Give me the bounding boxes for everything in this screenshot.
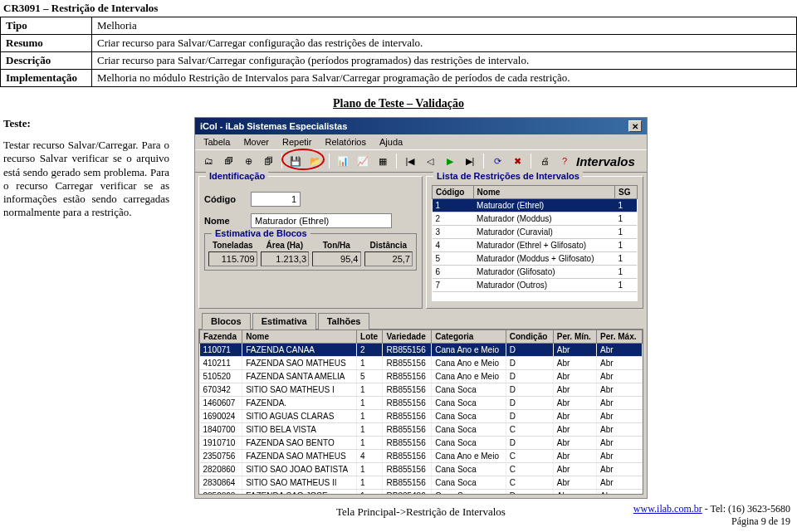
teste-label: Teste: xyxy=(3,117,169,130)
footer-tel: - Tel: (16) 3623-5680 xyxy=(702,503,790,515)
impl-label: Implementação xyxy=(1,70,92,87)
tb-icon-3[interactable]: ⊕ xyxy=(240,153,257,169)
menubar: Tabela Mover Repetir Relatórios Ajuda xyxy=(195,134,647,149)
table-row[interactable]: 2820860SITIO SAO JOAO BATISTA1RB855156Ca… xyxy=(200,463,643,476)
menu-relatorios[interactable]: Relatórios xyxy=(320,136,371,148)
table-row[interactable]: 670342SITIO SAO MATHEUS I1RB855156Cana S… xyxy=(200,383,643,397)
resumo-label: Resumo xyxy=(1,35,92,52)
list-item[interactable]: 7Maturador (Outros)1 xyxy=(433,279,638,292)
app-title: iCol - iLab Sistemas Especialistas xyxy=(200,121,347,131)
table-row[interactable]: 1690024SITIO AGUAS CLARAS1RB855156Cana S… xyxy=(200,410,643,423)
tb-first-icon[interactable]: |◀ xyxy=(402,153,418,169)
menu-repetir[interactable]: Repetir xyxy=(277,136,316,148)
tb-save-icon[interactable]: 💾 xyxy=(287,153,304,169)
table-row[interactable]: 2850868FAZENDA SAO JOSE1RB835486Cana Soc… xyxy=(200,490,643,495)
tb-play-icon[interactable]: ▶ xyxy=(442,153,458,169)
est-title: Estimativa de Blocos xyxy=(212,228,310,238)
descricao-label: Descrição xyxy=(1,52,92,70)
tab-talhoes[interactable]: Talhões xyxy=(318,313,370,329)
menu-tabela[interactable]: Tabela xyxy=(198,136,235,148)
tab-blocos[interactable]: Blocos xyxy=(202,313,251,329)
nome-label: Nome xyxy=(204,216,246,226)
tb-refresh-icon[interactable]: ⟳ xyxy=(489,153,506,169)
footer: www.ilab.com.br - Tel: (16) 3623-5680 Pá… xyxy=(633,503,790,529)
list-item[interactable]: 5Maturador (Moddus + Glifosato)1 xyxy=(433,252,638,266)
list-item[interactable]: 6Maturador (Glifosato)1 xyxy=(433,266,638,279)
list-item[interactable]: 1Maturador (Ethrel)1 xyxy=(433,199,638,212)
table-row[interactable]: 1460607FAZENDA.1RB855156Cana SocaDAbrAbr xyxy=(200,397,643,410)
table-row[interactable]: 1840700SITIO BELA VISTA1RB855156Cana Soc… xyxy=(200,423,643,437)
cr-title: CR3091 – Restrição de Intervalos xyxy=(0,0,797,17)
table-row[interactable]: 410211FAZENDA SAO MATHEUS1RB855156Cana A… xyxy=(200,357,643,370)
codigo-label: Código xyxy=(204,194,246,204)
table-row[interactable]: 2350756FAZENDA SAO MATHEUS4RB855156Cana … xyxy=(200,450,643,463)
resumo-value: Criar recurso para Salvar/Carregar confi… xyxy=(92,35,797,52)
descricao-value: Criar recurso para Salvar/Carregar confi… xyxy=(92,52,797,70)
toolbar: 🗂 🗊 ⊕ 🗐 💾 📂 📊 📈 ▦ |◀ ◁ ▶ ▶| ⟳ ✖ 🖨 ? Inte… xyxy=(195,149,647,173)
tabs: Blocos Estimativa Talhões xyxy=(198,312,643,329)
main-grid[interactable]: FazendaNomeLoteVariedadeCategoriaCondiçã… xyxy=(198,329,643,495)
tb-grid-icon[interactable]: ▦ xyxy=(374,153,391,169)
plano-title: Plano de Teste – Validação xyxy=(0,97,797,110)
nome-input[interactable] xyxy=(251,213,392,228)
tb-help-icon[interactable]: ? xyxy=(556,153,573,169)
lista-panel: Lista de Restrições de Intervalos Código… xyxy=(426,176,643,309)
tb-chart-icon[interactable]: 📊 xyxy=(335,153,351,169)
tela-caption: Tela Principal->Restrição de Intervalos xyxy=(194,505,648,519)
table-row[interactable]: 510520FAZENDA SANTA AMELIA5RB855156Cana … xyxy=(200,370,643,383)
tb-last-icon[interactable]: ▶| xyxy=(462,153,478,169)
intervalos-logo: Intervalos xyxy=(576,154,642,168)
footer-url[interactable]: www.ilab.com.br xyxy=(633,503,702,515)
tb-print-icon[interactable]: 🖨 xyxy=(536,153,553,169)
tipo-label: Tipo xyxy=(1,17,92,35)
lista-grid[interactable]: CódigoNomeSG1Maturador (Ethrel)12Maturad… xyxy=(432,185,638,301)
tb-icon-2[interactable]: 🗊 xyxy=(220,153,237,169)
lista-title: Lista de Restrições de Intervalos xyxy=(433,171,583,181)
tb-icon-1[interactable]: 🗂 xyxy=(200,153,217,169)
close-button[interactable]: ✕ xyxy=(628,120,642,132)
tb-stop-icon[interactable]: ✖ xyxy=(509,153,526,169)
tb-load-icon[interactable]: 📂 xyxy=(307,153,324,169)
titlebar: iCol - iLab Sistemas Especialistas ✕ xyxy=(195,118,647,134)
tb-prev-icon[interactable]: ◁ xyxy=(422,153,438,169)
impl-value: Melhoria no módulo Restrição de Interval… xyxy=(92,70,797,87)
table-row[interactable]: 110071FAZENDA CANAA2RB855156Cana Ano e M… xyxy=(200,344,643,357)
menu-ajuda[interactable]: Ajuda xyxy=(374,136,408,148)
footer-page: Página 9 de 19 xyxy=(633,515,790,529)
tab-estimativa[interactable]: Estimativa xyxy=(252,313,316,329)
list-item[interactable]: 2Maturador (Moddus)1 xyxy=(433,212,638,226)
table-row[interactable]: 2830864SITIO SAO MATHEUS II1RB855156Cana… xyxy=(200,476,643,490)
codigo-input[interactable] xyxy=(251,192,301,207)
list-item[interactable]: 3Maturador (Curavial)1 xyxy=(433,226,638,239)
list-item[interactable]: 4Maturador (Ethrel + Glifosato)1 xyxy=(433,239,638,252)
estimativa-panel: Estimativa de Blocos Toneladas115.709Áre… xyxy=(204,233,417,271)
tipo-value: Melhoria xyxy=(92,17,797,35)
table-row[interactable]: 1910710FAZENDA SAO BENTO1RB855156Cana So… xyxy=(200,437,643,450)
teste-body: Testar recurso Salvar/Carregar. Para o r… xyxy=(3,139,169,220)
menu-mover[interactable]: Mover xyxy=(238,136,274,148)
app-window: iCol - iLab Sistemas Especialistas ✕ Tab… xyxy=(194,117,648,499)
ident-title: Identificação xyxy=(206,171,268,181)
tb-icon-4[interactable]: 🗐 xyxy=(260,153,276,169)
info-table: TipoMelhoria ResumoCriar recurso para Sa… xyxy=(0,17,797,87)
tb-chart2-icon[interactable]: 📈 xyxy=(354,153,371,169)
ident-panel: Identificação Código Nome Estimativa de … xyxy=(198,176,423,309)
